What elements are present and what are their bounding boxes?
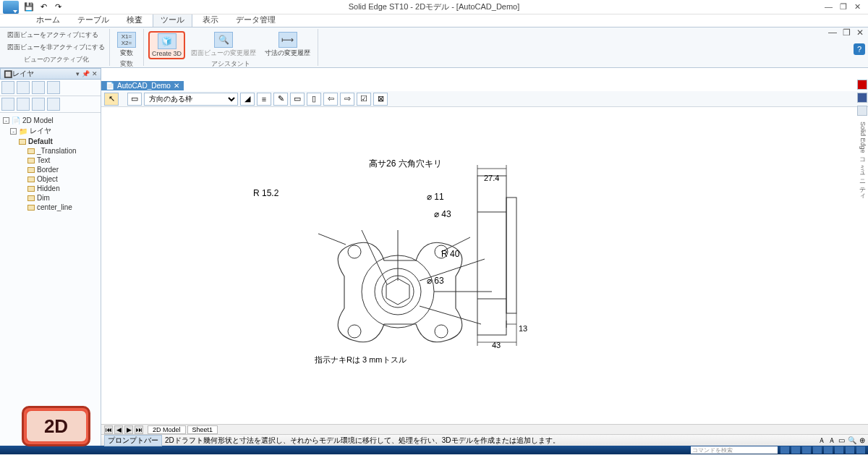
tool-b[interactable]: ≡ [257,93,271,106]
sheet-2dmodel[interactable]: 2D Model [148,425,186,434]
redo-button[interactable]: ↷ [51,1,64,13]
close-button[interactable]: ✕ [854,2,861,12]
mdi-minimize-button[interactable]: — [828,27,837,38]
mdi-restore-button[interactable]: ❐ [843,27,851,38]
panel-pin-button[interactable]: ▾ [76,70,80,77]
minimize-button[interactable]: — [825,2,833,12]
tree-layers[interactable]: -📁レイヤ [3,125,98,137]
layer-tool-5[interactable] [1,98,14,111]
youtube-icon[interactable] [857,80,867,90]
task-icon-8[interactable] [856,446,865,454]
sheet-prev[interactable]: ◀ [114,425,123,434]
layer-centerline[interactable]: center_line [3,203,98,212]
status-icon-1[interactable]: Ａ [818,436,825,446]
task-icon-5[interactable] [824,446,833,454]
help-button[interactable]: ? [854,43,865,55]
layer-tool-6[interactable] [17,98,30,111]
task-icon-4[interactable] [813,446,822,454]
variables-button[interactable]: X1=X2= 変数 [114,30,139,59]
layer-hidden[interactable]: Hidden [3,184,98,193]
dimension-history-button[interactable]: ⟼ 寸法の変更履歴 [262,30,313,59]
window-tool[interactable]: ▭ [127,93,142,106]
dim-r40: R 40 [441,249,460,259]
status-icon-5[interactable]: ⊕ [859,436,865,444]
status-bar: プロンプトバー 2Dドラフト幾何形状と寸法を選択し、それからモデル環境に移行して… [101,434,868,446]
status-icon-3[interactable]: ▭ [838,436,845,444]
layer-border[interactable]: Border [3,165,98,174]
svg-point-6 [348,325,361,338]
tab-data[interactable]: データ管理 [229,13,283,27]
layer-tool-2[interactable] [17,81,30,94]
mdi-close-button[interactable]: ✕ [856,27,864,38]
task-icon-3[interactable] [802,446,811,454]
deactivate-view-option[interactable]: 図面ビューを非アクティブにする [7,43,105,52]
command-search[interactable]: コマンドを検索 [691,446,778,454]
tool-c[interactable]: ✎ [273,93,288,106]
tab-inspect[interactable]: 検査 [119,13,150,27]
layer-tool-8[interactable] [47,98,60,111]
canvas-area: 📄AutoCAD_Demo✕ ↖ ▭ 方向のある枠 ◢ ≡ ✎ ▭ ▯ ⇦ ⇨ … [101,80,868,446]
sheet-last[interactable]: ⏭ [135,425,143,434]
layer-tool-1[interactable] [1,81,14,94]
dim-13: 13 [519,324,527,333]
restore-button[interactable]: ❐ [840,2,847,12]
panel-close-button[interactable]: ✕ [92,70,98,77]
document-tab[interactable]: 📄AutoCAD_Demo✕ [101,81,184,90]
dim-274: 27.4 [484,174,499,182]
facebook-icon[interactable] [857,93,867,103]
community-icon[interactable] [857,106,867,116]
status-icon-2[interactable]: Ａ [828,436,835,446]
tab-table[interactable]: テーブル [70,13,116,27]
pointer-tool[interactable]: ↖ [104,93,119,106]
tab-home[interactable]: ホーム [29,13,67,27]
layer-text[interactable]: Text [3,156,98,165]
magnify-icon: 🔍 [214,32,233,48]
app-menu-button[interactable] [3,1,19,14]
tool-e[interactable]: ▯ [307,93,321,106]
selection-mode-dropdown[interactable]: 方向のある枠 [144,93,238,106]
task-icon-7[interactable] [846,446,854,454]
sheet-next[interactable]: ▶ [124,425,133,434]
create-3d-button[interactable]: 🧊 Create 3D [148,31,185,59]
right-sidebar: Solid Edgeコミュニティ [856,80,868,197]
next-button[interactable]: ⇨ [340,93,354,106]
check-button[interactable]: ☑ [357,93,371,106]
ribbon: 図面ビューをアクティブにする 図面ビューを非アクティブにする ビューのアクティブ… [0,27,868,68]
prev-button[interactable]: ⇦ [323,93,338,106]
tab-view[interactable]: 表示 [195,13,226,27]
layer-object[interactable]: Object [3,174,98,184]
save-button[interactable]: 💾 [22,1,35,13]
tree-root[interactable]: -📄2D Model [3,116,98,125]
task-icon-2[interactable] [791,446,800,454]
layer-dim[interactable]: Dim [3,193,98,203]
layer-translation[interactable]: _Translation [3,146,98,156]
view-history-button[interactable]: 🔍 図面ビューの変更履歴 [188,30,259,59]
tab-close-icon[interactable]: ✕ [174,82,179,90]
undo-button[interactable]: ↶ [37,1,50,13]
sheet-sheet1[interactable]: Sheet1 [187,425,218,434]
annot-top: 高サ26 六角穴キリ [369,158,442,169]
layer-tool-7[interactable] [32,98,45,111]
tab-tools[interactable]: ツール [153,12,192,27]
task-icon-1[interactable] [780,446,789,454]
sheet-first[interactable]: ⏮ [104,425,113,434]
status-label: プロンプトバー [104,435,162,446]
layer-default[interactable]: Default [3,137,98,146]
panel-autohide-button[interactable]: 📌 [82,70,90,77]
tool-d[interactable]: ▭ [290,93,305,106]
activate-view-option[interactable]: 図面ビューをアクティブにする [7,30,98,40]
tool-a[interactable]: ◢ [240,93,255,106]
layer-tool-3[interactable] [32,81,45,94]
taskbar: コマンドを検索 [0,446,868,454]
layer-panel-header: 🔲 レイヤ ▾📌✕ [0,68,101,80]
community-label[interactable]: Solid Edgeコミュニティ [858,122,867,197]
task-icon-6[interactable] [835,446,843,454]
status-icon-4[interactable]: 🔍 [848,436,856,444]
ribbon-tabs: ホーム テーブル 検査 ツール 表示 データ管理 [0,14,868,27]
layer-tool-4[interactable] [47,81,60,94]
cancel-tool-button[interactable]: ⊠ [373,93,388,106]
drawing-canvas[interactable]: 高サ26 六角穴キリ R 15.2 ⌀ 11 ⌀ 43 R 40 ⌀ 63 27… [101,107,868,424]
quick-access-toolbar: 💾 ↶ ↷ Solid Edge ST10 - 2Dモデル - [AutoCAD… [0,0,868,14]
layer-toolbar-2 [0,96,101,113]
create-3d-icon: 🧊 [158,33,176,49]
